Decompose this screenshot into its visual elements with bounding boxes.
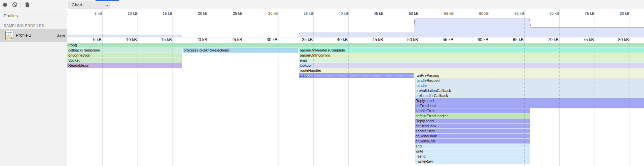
svg-text:%: % <box>10 36 13 40</box>
